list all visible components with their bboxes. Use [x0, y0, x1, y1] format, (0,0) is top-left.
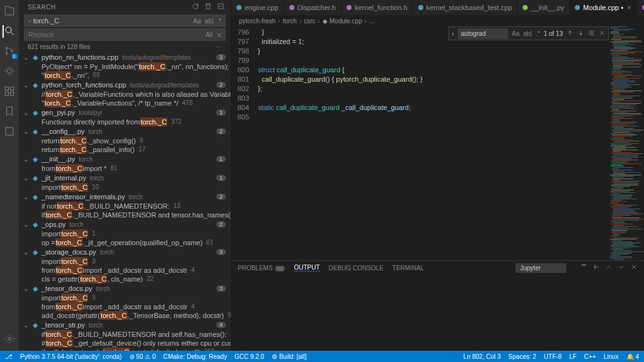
project-icon[interactable]	[4, 126, 15, 138]
match-line[interactable]: // torch._C._VariableFunctions which is …	[19, 90, 231, 99]
status-item[interactable]: ⎇	[5, 353, 13, 360]
breadcrumb-item[interactable]: ◆ Module.cpp	[323, 18, 362, 25]
find-regex-icon[interactable]: .*	[536, 30, 540, 37]
breadcrumb-item[interactable]: csrc	[304, 18, 315, 25]
find-input[interactable]	[458, 28, 508, 39]
status-item[interactable]: ⚙ Build: [all]	[272, 353, 306, 360]
file-result[interactable]: ⌄◆__init__.pytorch1	[19, 154, 231, 164]
match-line[interactable]: "torch._C._nn",65	[19, 71, 231, 80]
tab-close-icon[interactable]: ×	[627, 4, 631, 11]
debug-icon[interactable]	[4, 65, 15, 78]
find-next-icon[interactable]	[577, 30, 584, 38]
editor-body[interactable]: 796797798799800801802803804805 } initial…	[231, 26, 644, 260]
breadcrumb[interactable]: pytorch-fresh›torch›csrc›◆ Module.cpp›..…	[231, 15, 644, 26]
match-line[interactable]: import torch._C1	[19, 229, 231, 238]
breadcrumb-item[interactable]: pytorch-fresh	[239, 18, 275, 25]
match-line[interactable]: from torch._C import *81	[19, 164, 231, 173]
file-result[interactable]: ⌄◆_jit_internal.pytorch1	[19, 173, 231, 183]
match-line[interactable]: from torch._C import _add_docstr as add_…	[19, 266, 231, 275]
status-item[interactable]: 🔔 4	[626, 353, 639, 360]
find-prev-icon[interactable]	[567, 30, 574, 38]
minimap[interactable]	[609, 26, 644, 260]
search-input[interactable]: › Aaab|.*	[24, 14, 226, 27]
file-result[interactable]: ⌄◆_storage_docs.pytorch3	[19, 247, 231, 257]
file-result[interactable]: ⌄◆_namedtensor_internals.pytorch2	[19, 192, 231, 202]
file-result[interactable]: ⌄◆python_torch_functions.cpptools/autogr…	[19, 80, 231, 90]
find-word-icon[interactable]: ab|	[523, 30, 532, 37]
search-activity-icon[interactable]	[3, 25, 15, 38]
status-item[interactable]: Linux	[604, 353, 619, 360]
match-line[interactable]: # torch._C._get_default_device() only re…	[19, 339, 231, 348]
regex-icon[interactable]: .*	[217, 18, 221, 25]
panel-selector[interactable]: Jupyter	[516, 263, 566, 273]
file-result[interactable]: ⌄◆_tensor_docs.pytorch3	[19, 283, 231, 293]
file-result[interactable]: ⌄◆gen_pyi.pytools/pyi1	[19, 107, 231, 118]
tab[interactable]: kernel_stackbased_test.cpp	[413, 0, 518, 15]
match-line[interactable]: return torch._C._show_config()9	[19, 136, 231, 145]
match-line[interactable]: import torch._C10	[19, 183, 231, 192]
file-result[interactable]: ⌄◆_tensor_str.pytorch4	[19, 320, 231, 330]
match-line[interactable]: PyObject* nn = Py_InitModule("torch._C._…	[19, 62, 231, 71]
file-result[interactable]: ⌄◆_ops.pytorch2	[19, 219, 231, 229]
collapse-icon[interactable]	[217, 3, 225, 11]
tab[interactable]: kernel_function.h	[341, 0, 413, 15]
status-item[interactable]: UTF-8	[544, 353, 562, 360]
panel-tab[interactable]: PROBLEMS50	[238, 265, 285, 272]
explorer-icon[interactable]	[4, 5, 15, 18]
case-icon[interactable]: Aa	[193, 18, 201, 25]
panel-action-icon[interactable]	[605, 263, 613, 272]
find-close-icon[interactable]	[599, 30, 606, 38]
replace-all-icon[interactable]: All	[206, 31, 213, 38]
panel-tab[interactable]: OUTPUT	[294, 264, 319, 272]
results-list[interactable]: ⌄◆python_nn_functions.cpptools/autograd/…	[19, 52, 231, 351]
match-line[interactable]: add_docstr(getattr(torch._C._TensorBase,…	[19, 311, 231, 320]
status-item[interactable]: GCC 9.2.0	[235, 353, 264, 360]
status-item[interactable]: Ln 802, Col 3	[464, 353, 501, 360]
match-line[interactable]: cls = getattr(torch._C, cls_name)22	[19, 275, 231, 283]
panel-action-icon[interactable]	[618, 263, 625, 272]
code-content[interactable]: } initialized = 1; } struct call_duplica…	[254, 26, 609, 260]
match-line[interactable]: from torch._C import _add_docstr as add_…	[19, 302, 231, 311]
match-line[interactable]: op = torch._C._jit_get_operation(qualifi…	[19, 238, 231, 247]
match-line[interactable]: import torch._C3	[19, 293, 231, 302]
tab[interactable]: Dispatcher.h	[284, 0, 341, 15]
status-item[interactable]: C++	[584, 353, 596, 360]
panel-action-icon[interactable]	[630, 263, 638, 272]
breadcrumb-item[interactable]: ...	[369, 18, 374, 25]
find-selection-icon[interactable]	[588, 30, 595, 38]
match-line[interactable]: Functions directly imported from torch._…	[19, 118, 231, 126]
tab[interactable]: op_registration.h	[637, 0, 644, 15]
status-item[interactable]: ⊘ 50 ⚠ 0	[130, 353, 156, 360]
file-result[interactable]: ⌄◆python_nn_functions.cpptools/autograd/…	[19, 52, 231, 62]
status-item[interactable]: Spaces: 2	[508, 353, 536, 360]
match-line[interactable]: if torch._C._BUILD_NAMEDTENSOR and tenso…	[19, 211, 231, 219]
panel-action-icon[interactable]	[580, 263, 587, 272]
bookmarks-icon[interactable]	[4, 106, 15, 118]
tab[interactable]: __init__.py	[518, 0, 570, 15]
status-bar[interactable]: ⎇ Python 3.7.5 64-bit ('udacity': conda)…	[0, 351, 644, 362]
clear-icon[interactable]	[204, 3, 212, 11]
tab[interactable]: Module.cpp •×	[570, 0, 636, 15]
match-line[interactable]: return torch._C._parallel_info()17	[19, 145, 231, 154]
tab[interactable]: engine.cpp	[231, 0, 284, 15]
extensions-icon[interactable]	[4, 85, 15, 98]
breadcrumb-item[interactable]: torch	[283, 18, 297, 25]
file-result[interactable]: ⌄◆__config__.pytorch2	[19, 126, 231, 136]
word-icon[interactable]: ab|	[205, 18, 214, 25]
status-item[interactable]: LF	[569, 353, 577, 360]
find-chevron-icon[interactable]: ›	[452, 30, 453, 37]
panel-action-icon[interactable]	[592, 263, 600, 272]
status-item[interactable]: CMake: Debug: Ready	[164, 353, 227, 360]
replace-input[interactable]: All⤭	[24, 28, 226, 41]
find-case-icon[interactable]: Aa	[512, 30, 519, 37]
match-line[interactable]: if not torch._C._BUILD_NAMEDTENSOR:13	[19, 202, 231, 211]
panel-tab[interactable]: DEBUG CONSOLE	[329, 265, 384, 272]
settings-gear-icon[interactable]	[4, 333, 15, 346]
panel-tab[interactable]: TERMINAL	[392, 265, 425, 272]
source-control-icon[interactable]	[4, 45, 15, 58]
find-widget[interactable]: › Aaab|.* 1 of 13	[448, 26, 609, 40]
refresh-icon[interactable]	[192, 3, 199, 11]
match-line[interactable]: if torch._C._BUILD_NAMEDTENSOR and self.…	[19, 330, 231, 339]
match-line[interactable]: "torch._C._VariableFunctions", /* tp_nam…	[19, 99, 231, 107]
status-item[interactable]: Python 3.7.5 64-bit ('udacity': conda)	[20, 353, 122, 360]
